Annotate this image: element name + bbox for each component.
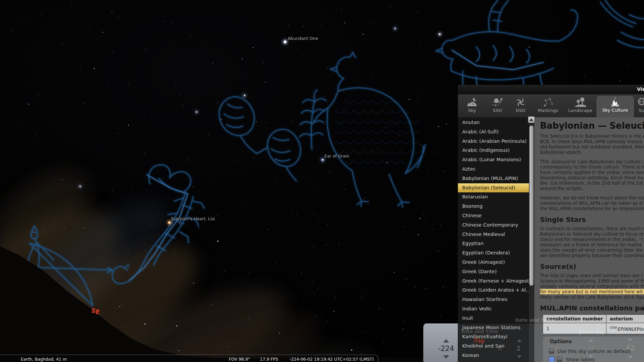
sky-culture-item[interactable]: Khoikhoi and San (458, 342, 529, 351)
sky-icon (466, 97, 478, 108)
sky-culture-item[interactable]: Egyptian (Dendera) (458, 248, 529, 258)
view-dialog-tabbar: SkySSODSOMarkingsLandscapeSky CultureSu (458, 94, 644, 117)
use-default-checkbox[interactable] (549, 349, 554, 354)
table-header-asterism: asterism (606, 315, 644, 323)
landscape-icon (574, 97, 587, 108)
description-heading: Babylonian — Seleucid (540, 121, 644, 131)
tab-dso[interactable]: DSO (506, 96, 535, 117)
sky-culture-item[interactable]: Egyptian (458, 239, 529, 248)
description-paragraph: However, we do not know much about the r… (540, 195, 644, 211)
sso-icon (491, 97, 504, 108)
sky-culture-item[interactable]: Chinese (458, 211, 529, 221)
cell-constellation-number: 1 (543, 323, 606, 334)
tab-label: Su (627, 108, 644, 113)
description-heading: MUL.APIN constellations partially r (540, 304, 644, 312)
scrollbar-thumb[interactable] (529, 125, 534, 286)
sky-culture-item[interactable]: Arabic (Lunar Mansions) (458, 155, 529, 165)
star-label: Abundant One (288, 36, 318, 41)
location-button[interactable]: Earth, Baghdad, 41 m (21, 357, 67, 362)
sky-culture-icon (609, 97, 622, 107)
year-increment-arrow[interactable] (443, 339, 449, 343)
sky-culture-item[interactable]: Arabic (Al-Sufi) (458, 127, 529, 137)
sky-culture-item[interactable]: Babylonian (MUL.APIN) (458, 174, 529, 183)
star-label: Ear of Grain (324, 154, 350, 159)
sky-culture-item[interactable]: Babylonian (Seleucid) (458, 183, 529, 193)
view-dialog-title: Vie (637, 86, 644, 92)
sky-culture-item[interactable]: Kamilaroi/Euahlayi (458, 332, 529, 342)
fps-indicator: 17.9 FPS (260, 357, 278, 362)
cell-asterism: STAREPINNU(Plough) (606, 323, 644, 334)
table-row: 1 STAREPINNU(Plough) (543, 323, 644, 334)
year-spinner-value: -224 (433, 345, 460, 353)
options-groupbox: Options Use this sky culture as default … (543, 336, 644, 362)
sky-culture-item[interactable]: Anutan (458, 118, 529, 127)
show-labels-checkbox[interactable] (557, 357, 562, 362)
sky-culture-item[interactable]: Inuit (458, 314, 529, 323)
sky-culture-description: Babylonian — SeleucidThe Seleucid Era in… (534, 117, 644, 362)
table-header-constellation-number: constellation number (543, 315, 606, 323)
surveys-icon (635, 97, 644, 108)
sky-culture-item[interactable]: Japanese Moon Stations (458, 323, 529, 333)
scroll-up-button[interactable] (528, 116, 535, 123)
sky-culture-item[interactable]: Greek (Leiden Aratea + Al... (458, 286, 529, 295)
status-bar: Earth, Baghdad, 41 m FOV 98.9° 17.9 FPS … (0, 355, 378, 362)
use-default-label: Use this sky culture as default (557, 349, 631, 354)
tab-sky[interactable]: Sky (458, 96, 486, 117)
markings-icon (542, 97, 554, 108)
options-title: Options (550, 339, 572, 344)
mulapin-table: constellation number asterism 1 STAREPIN… (543, 314, 644, 334)
tab-su[interactable]: Su (627, 96, 644, 117)
description-heading: Single Stars (540, 215, 644, 224)
datetime-button[interactable]: -224-06-02 19:19:42 UTC+02:57 (LMST) (289, 357, 374, 362)
tab-label: Sky (458, 108, 486, 113)
year-decrement-arrow[interactable] (443, 355, 449, 359)
sky-culture-item[interactable]: Chinese Contemporary (458, 221, 529, 230)
sky-culture-item[interactable]: Greek (Dante) (458, 267, 529, 277)
sky-culture-item[interactable]: Arabic (Indigenous) (458, 146, 529, 155)
sky-culture-item[interactable]: Arabic (Arabian Peninsula) (458, 137, 529, 146)
list-scrollbar[interactable] (529, 117, 534, 362)
view-dialog-body: AnutanArabic (Al-Sufi)Arabic (Arabian Pe… (458, 117, 644, 362)
tab-landscape[interactable]: Landscape (566, 96, 595, 117)
view-dialog: Vie SkySSODSOMarkingsLandscapeSky Cultur… (458, 85, 644, 362)
description-paragraph: The Seleucid Era in Babylonian history i… (540, 133, 644, 155)
stellarium-screen: Abundant OneEar of GrainScorpion's Heart… (0, 0, 644, 362)
fov-indicator: FOV 98.9° (229, 357, 250, 362)
star-label: Scorpion's Heart, Lisi (171, 216, 215, 221)
show-labels-label: Show labels (566, 357, 595, 362)
label-color-swatch[interactable] (549, 356, 555, 362)
sky-culture-item[interactable]: Chinese Medieval (458, 230, 529, 239)
description-paragraph: The lists of ziqpu stars and normal star… (540, 273, 644, 300)
dso-icon (514, 97, 527, 108)
tab-markings[interactable]: Markings (534, 96, 562, 117)
description-heading: Source(s) (540, 262, 644, 271)
sky-culture-list: AnutanArabic (Al-Sufi)Arabic (Arabian Pe… (458, 117, 529, 362)
sky-culture-item[interactable]: Aztec (458, 165, 529, 174)
tab-label: DSO (506, 108, 535, 113)
sky-culture-item[interactable]: Indian Vedic (458, 304, 529, 314)
sky-culture-item[interactable]: Belarusian (458, 192, 529, 202)
view-dialog-titlebar[interactable]: Vie (458, 85, 644, 94)
sky-culture-item[interactable]: Greek (Farnese + Almagest) (458, 277, 529, 286)
sky-culture-item[interactable]: Korean (458, 351, 529, 360)
sky-culture-item[interactable]: Greek (Almagest) (458, 258, 529, 267)
description-paragraph: This Seleucid or Late Babylonian sky cul… (540, 159, 644, 191)
tab-label: Markings (534, 108, 562, 113)
sky-culture-item[interactable]: Hawaiian Starlines (458, 295, 529, 304)
description-paragraph: In contrast to constellations, there are… (540, 226, 644, 258)
sky-culture-item[interactable]: Boorong (458, 202, 529, 211)
tab-label: Landscape (566, 108, 595, 113)
date-time-dialog-ghost[interactable]: -224 (423, 323, 459, 362)
